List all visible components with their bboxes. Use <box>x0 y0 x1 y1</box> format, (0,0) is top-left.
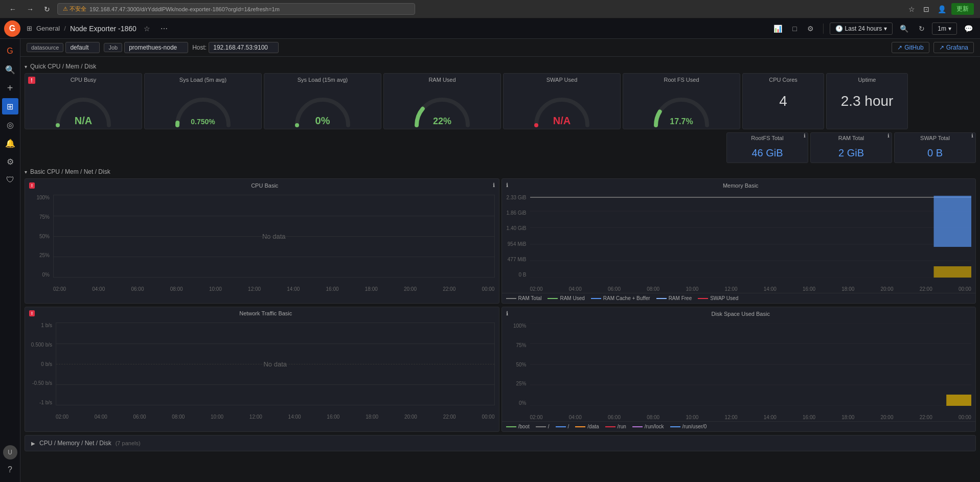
chevron-icon: ▾ <box>884 25 887 32</box>
browser-url-bar[interactable]: ⚠ 不安全 192.168.47.47:3000/d/rYdddlPWk/nod… <box>57 3 415 15</box>
star-button[interactable]: ☆ <box>141 22 153 35</box>
dashboard-settings-button[interactable]: ⚙ <box>804 22 817 35</box>
svg-rect-13 <box>933 266 971 278</box>
grid-line-3 <box>54 257 494 257</box>
memory-basic-header: ℹ Memory Basic <box>502 179 976 191</box>
dashboard-name: Node Exporter -1860 <box>70 25 136 33</box>
save-dashboard-button[interactable]: □ <box>789 22 800 35</box>
interval-chevron: ▾ <box>948 25 951 32</box>
grafana-logo: G <box>4 20 20 37</box>
legend-run: /run <box>605 424 626 429</box>
cpu-busy-title: CPU Busy <box>25 74 142 83</box>
disk-chart-area: 100% 75% 50% 25% 0% <box>502 319 976 421</box>
disk-basic-header: ℹ Disk Space Used Basic <box>502 307 976 319</box>
breadcrumb-separator: / <box>64 25 66 32</box>
cpu-cores-value: 4 <box>743 83 824 114</box>
variable-bar: datasource default Job promethues-node H… <box>20 39 980 57</box>
network-y-axis: 1 b/s 0.500 b/s 0 b/s -0.50 b/s -1 b/s <box>25 323 54 405</box>
collapsed-cpu-memory-section[interactable]: ▶ CPU / Memory / Net / Disk (7 panels) <box>25 435 976 451</box>
disk-chart-svg <box>530 323 972 406</box>
svg-text:22%: 22% <box>433 116 451 126</box>
datasource-select[interactable]: default <box>65 42 100 53</box>
uptime-panel: Uptime 2.3 hour <box>826 73 908 129</box>
ram-total-panel: ℹ RAM Total 2 GiB <box>810 132 892 163</box>
cpu-y-75: 75% <box>39 214 50 220</box>
svg-text:0%: 0% <box>315 115 330 126</box>
grafana-link[interactable]: ↗ Grafana <box>933 42 974 53</box>
swap-used-panel: SWAP Used N/A <box>503 73 621 129</box>
sidebar-item-alerting[interactable]: 🔔 <box>2 135 18 151</box>
svg-rect-19 <box>946 395 971 406</box>
network-chart-grid: No data <box>56 323 495 405</box>
time-range-button[interactable]: 🕐 Last 24 hours ▾ <box>830 22 893 35</box>
share-button[interactable]: ⋯ <box>157 22 171 35</box>
profile-icon[interactable]: 👤 <box>935 4 949 14</box>
legend-color-run-user <box>670 426 680 427</box>
cpu-x-axis: 02:00 04:00 06:00 08:00 10:00 12:00 14:0… <box>53 286 495 292</box>
memory-x-axis: 02:00 04:00 06:00 08:00 10:00 12:00 14:0… <box>530 286 972 292</box>
memory-y-axis: 2.33 GiB 1.86 GiB 1.40 GiB 954 MiB 477 M… <box>502 195 529 278</box>
cpu-chart-grid: No data <box>53 195 495 278</box>
network-x-axis: 02:00 04:00 06:00 08:00 10:00 12:00 14:0… <box>56 414 495 420</box>
swap-used-title: SWAP Used <box>504 74 620 83</box>
comment-button[interactable]: 💬 <box>961 22 976 35</box>
main-content: datasource default Job promethues-node H… <box>20 39 980 482</box>
legend-ram-used: RAM Used <box>548 295 584 301</box>
refresh-button[interactable]: ↻ <box>916 22 928 35</box>
stats-row2: ℹ RootFS Total 46 GiB ℹ RAM Total 2 GiB <box>25 132 976 163</box>
sidebar-item-explore[interactable]: ◎ <box>2 117 18 133</box>
browser-refresh-button[interactable]: ↻ <box>41 4 53 14</box>
host-label: Host: <box>192 44 207 51</box>
network-alert-badge: ! <box>29 310 35 316</box>
legend-color-ram-cache <box>591 298 601 299</box>
topbar-separator <box>823 24 824 34</box>
sidebar-item-dashboards[interactable]: ⊞ <box>2 98 18 114</box>
bookmark-icon[interactable]: ☆ <box>905 4 918 14</box>
job-select[interactable]: promethues-node <box>124 42 188 53</box>
ram-total-title: RAM Total <box>811 133 892 141</box>
extension-icon[interactable]: ⊡ <box>920 4 932 14</box>
cpu-y-50: 50% <box>39 234 50 239</box>
collapsed-panel-count: (7 panels) <box>116 440 141 446</box>
svg-text:N/A: N/A <box>75 115 92 126</box>
external-link-icon: ↗ <box>897 44 902 51</box>
forward-button[interactable]: → <box>24 4 37 14</box>
ram-used-panel: RAM Used 22% <box>383 73 501 129</box>
disk-x-axis: 02:00 04:00 06:00 08:00 10:00 12:00 14:0… <box>530 415 972 420</box>
disk-basic-title: Disk Space Used Basic <box>510 311 972 317</box>
security-warning-icon: ⚠ 不安全 <box>63 5 86 13</box>
sidebar-item-shield[interactable]: 🛡 <box>2 172 18 188</box>
legend-color-boot <box>506 426 516 427</box>
dashboard-content: ▾ Quick CPU / Mem / Disk ! CPU Busy N/A <box>20 57 980 455</box>
legend-run-lock: /run/lock <box>632 424 664 429</box>
sidebar-item-menu[interactable]: G <box>2 43 18 59</box>
breadcrumb-general[interactable]: General <box>36 25 60 32</box>
quick-stats-row: ! CPU Busy N/A Sys Load (5m avg) <box>25 73 976 129</box>
disk-y-axis: 100% 75% 50% 25% 0% <box>502 323 529 406</box>
clock-icon: 🕐 <box>835 25 843 32</box>
legend-color-swap-used <box>698 298 708 299</box>
collapsed-chevron: ▶ <box>31 441 35 446</box>
datasource-group: datasource default <box>27 42 100 53</box>
host-group: Host: 192.168.47.53:9100 <box>192 42 279 53</box>
update-button[interactable]: 更新 <box>951 3 974 15</box>
memory-basic-title: Memory Basic <box>510 182 972 189</box>
refresh-interval-text: 1m <box>938 25 946 32</box>
refresh-interval-button[interactable]: 1m ▾ <box>932 22 957 35</box>
sidebar-item-add[interactable]: + <box>2 80 18 96</box>
sidebar-item-user[interactable]: U <box>3 445 17 460</box>
section-quick-cpu[interactable]: ▾ Quick CPU / Mem / Disk <box>25 61 976 73</box>
cpu-basic-info-icon: ℹ <box>493 182 495 189</box>
back-button[interactable]: ← <box>6 4 19 14</box>
swap-used-gauge: N/A <box>504 83 620 134</box>
sidebar-item-settings[interactable]: ⚙ <box>2 153 18 170</box>
github-link[interactable]: ↗ GitHub <box>892 42 929 53</box>
disk-basic-panel: ℹ Disk Space Used Basic 100% 75% 50% 25%… <box>502 307 976 432</box>
section-basic-cpu[interactable]: ▾ Basic CPU / Mem / Net / Disk <box>25 166 976 178</box>
sidebar-item-search[interactable]: 🔍 <box>2 61 18 78</box>
add-panel-button[interactable]: 📊 <box>770 22 785 35</box>
host-select[interactable]: 192.168.47.53:9100 <box>209 42 279 53</box>
legend-data: /data <box>575 424 599 429</box>
zoom-out-button[interactable]: 🔍 <box>897 22 911 35</box>
sidebar-item-help[interactable]: ? <box>2 462 18 478</box>
